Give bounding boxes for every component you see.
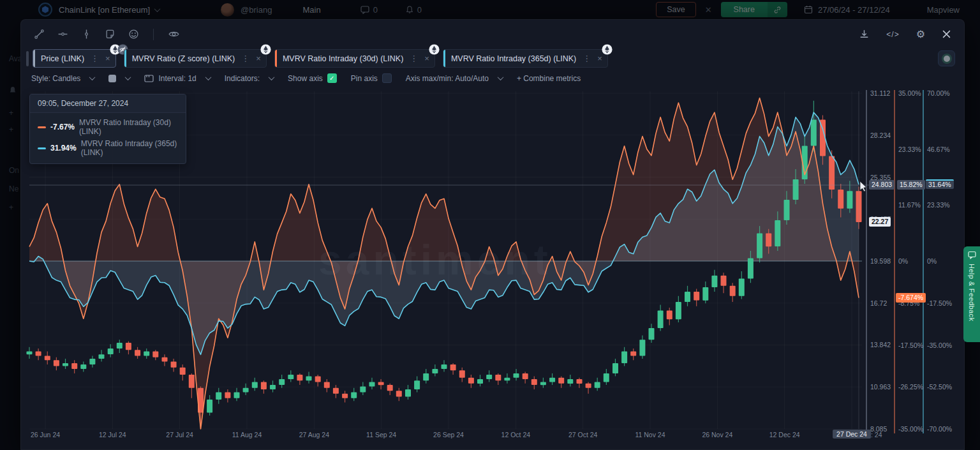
santiment-watermark: santiment xyxy=(318,236,552,284)
x-axis-date-label: 27 Aug 24 xyxy=(299,431,329,439)
feedback-icon xyxy=(968,251,976,259)
close-modal-icon[interactable] xyxy=(940,28,953,40)
x-axis-date-label: 27 Jul 24 xyxy=(166,431,193,439)
color-swatch-icon xyxy=(108,75,116,82)
trend-line-tool-icon[interactable] xyxy=(33,27,46,41)
metric-tab-label: MVRV Ratio Intraday (30d) (LINK) xyxy=(283,54,403,63)
tooltip-datetime: 09:05, December 27, 2024 xyxy=(30,94,186,113)
tooltip-series-label: MVRV Ratio Intraday (365d) (LINK) xyxy=(81,139,178,157)
help-feedback-tab[interactable]: Help & Feedback xyxy=(963,246,980,342)
y-axis-tick-label: 16.72 xyxy=(870,299,887,308)
x-axis-date-label: 27 Oct 24 xyxy=(568,431,598,439)
crosshair-date-label: 27 Dec 24 xyxy=(833,430,871,439)
tooltip-value: 31.94% xyxy=(50,144,77,153)
mouse-cursor xyxy=(860,181,866,191)
y-axis-tick-label: -35.00% xyxy=(898,424,923,433)
chart-controls: Style: Candles Interval: 1d Indicators: … xyxy=(31,73,581,83)
vertical-line-tool-icon[interactable] xyxy=(80,27,93,41)
combine-metrics-label: + Combine metrics xyxy=(517,74,581,83)
tab-close-icon[interactable]: × xyxy=(424,54,429,63)
style-dropdown[interactable]: Style: Candles xyxy=(31,74,94,83)
download-icon[interactable] xyxy=(858,27,871,41)
y-axis-tick-label: 31.112 xyxy=(870,89,890,98)
interval-label: Interval: 1d xyxy=(158,74,196,83)
tab-menu-icon[interactable]: ⋮ xyxy=(583,54,591,63)
tab-menu-icon[interactable]: ⋮ xyxy=(241,54,249,63)
tab-close-icon[interactable]: × xyxy=(597,54,602,63)
tab-menu-icon[interactable]: ⋮ xyxy=(410,54,418,63)
ethereum-badge-icon xyxy=(602,44,612,55)
tab-menu-icon[interactable]: ⋮ xyxy=(91,54,99,63)
pin-axis-checkbox[interactable] xyxy=(382,73,392,83)
axis-maxmin-dropdown[interactable]: Axis max/min: Auto/Auto xyxy=(406,74,503,83)
interval-dropdown[interactable]: Interval: 1d xyxy=(144,74,210,83)
metric-tab-label: MVRV Ratio Intraday (365d) (LINK) xyxy=(451,54,576,63)
x-axis-date-label: 11 Sep 24 xyxy=(366,431,396,439)
combine-metrics-button[interactable]: + Combine metrics xyxy=(517,74,581,83)
show-axis-checkbox[interactable]: ✓ xyxy=(327,73,337,83)
metric-color-bar xyxy=(443,50,445,67)
note-tool-icon[interactable] xyxy=(103,27,117,41)
horizontal-line-tool-icon[interactable] xyxy=(56,27,70,41)
x-axis-date-label: 11 Nov 24 xyxy=(635,431,665,439)
crosshair-mvrv30-label: 15.82% xyxy=(897,180,925,190)
tooltip-value: -7.67% xyxy=(50,123,75,131)
visibility-eye-icon[interactable] xyxy=(167,27,181,41)
modal-actions: </> ⚙ xyxy=(858,27,953,41)
drawing-toolbar xyxy=(33,27,181,41)
chart-canvas[interactable] xyxy=(21,20,964,449)
indicators-label: Indicators: xyxy=(225,74,260,83)
y-axis-tick-label: -17.50% xyxy=(927,299,952,308)
chart-tooltip: 09:05, December 27, 2024 -7.67%MVRV Rati… xyxy=(29,94,186,164)
y-axis-tick-label: 70.00% xyxy=(927,89,950,98)
show-axis-toggle[interactable]: Show axis ✓ xyxy=(288,73,337,83)
x-axis-date-label: 26 Sep 24 xyxy=(433,431,464,439)
y-axis-tick-label: 23.33% xyxy=(927,200,950,209)
style-label: Style: Candles xyxy=(31,74,80,83)
toolbar-divider xyxy=(153,29,154,40)
y-axis-tick-label: 35.00% xyxy=(898,89,921,98)
x-axis-date-label: 26 Jun 24 xyxy=(31,431,60,439)
x-axis-date-label: 26 Nov 24 xyxy=(702,431,732,439)
tooltip-series-dash-icon xyxy=(38,126,46,128)
indicators-dropdown[interactable]: Indicators: xyxy=(225,74,274,83)
y-axis-tick-label: 28.234 xyxy=(870,131,891,140)
pin-axis-toggle[interactable]: Pin axis xyxy=(351,73,392,83)
pin-axis-label: Pin axis xyxy=(351,74,378,83)
metric-tab[interactable]: Price (LINK)⋮× xyxy=(33,49,116,68)
tab-close-icon[interactable]: × xyxy=(105,54,110,63)
x-axis-date-label: 12 Dec 24 xyxy=(769,431,800,439)
show-axis-label: Show axis xyxy=(288,74,323,83)
x-axis-date-label: : 24 xyxy=(871,431,882,439)
y-axis-tick-label: 19.598 xyxy=(870,257,891,266)
ethereum-badge-icon xyxy=(260,44,271,55)
ethereum-badge-icon xyxy=(429,44,440,55)
y-axis-tick-label: 10.963 xyxy=(870,382,891,391)
settings-gear-icon[interactable]: ⚙ xyxy=(915,29,926,40)
chart-explorer-modal: santiment 31.11228.23425.35522.47719.598… xyxy=(20,19,965,450)
metric-tab[interactable]: MVRV Ratio Intraday (30d) (LINK)⋮× xyxy=(274,49,435,68)
tabs-drag-handle[interactable] xyxy=(26,51,29,66)
metric-tab[interactable]: MVRV Ratio Intraday (365d) (LINK)⋮× xyxy=(443,49,608,68)
y-axis-tick-label: 0% xyxy=(927,257,937,266)
interval-icon xyxy=(144,74,154,83)
crosshair-price-label: 24.803 xyxy=(869,180,895,190)
candle-color-dropdown[interactable] xyxy=(108,75,130,82)
metric-color-bar xyxy=(124,50,126,67)
tooltip-series-dash-icon xyxy=(38,147,46,149)
tab-close-icon[interactable]: × xyxy=(256,54,261,63)
emoji-tool-icon[interactable] xyxy=(127,27,140,41)
embed-code-icon[interactable]: </> xyxy=(885,29,900,40)
metric-tab-label: MVRV Ratio (Z score) (LINK) xyxy=(132,54,235,63)
tooltip-row: 31.94%MVRV Ratio Intraday (365d) (LINK) xyxy=(38,139,178,157)
metric-tab[interactable]: MVRV Ratio (Z score) (LINK)⋮× xyxy=(124,49,267,68)
metric-tab-label: Price (LINK) xyxy=(41,54,84,63)
x-axis-date-label: 11 Aug 24 xyxy=(232,431,262,439)
y-axis-tick-label: 46.67% xyxy=(927,145,950,154)
y-axis-tick-label: -17.50% xyxy=(898,341,923,350)
dot-indicator-button[interactable] xyxy=(938,50,955,66)
y-axis-tick-label: 11.67% xyxy=(898,200,921,209)
help-feedback-label: Help & Feedback xyxy=(968,264,976,321)
chart-area: santiment 31.11228.23425.35522.47719.598… xyxy=(21,20,964,449)
y-axis-tick-label: 0% xyxy=(898,257,908,266)
